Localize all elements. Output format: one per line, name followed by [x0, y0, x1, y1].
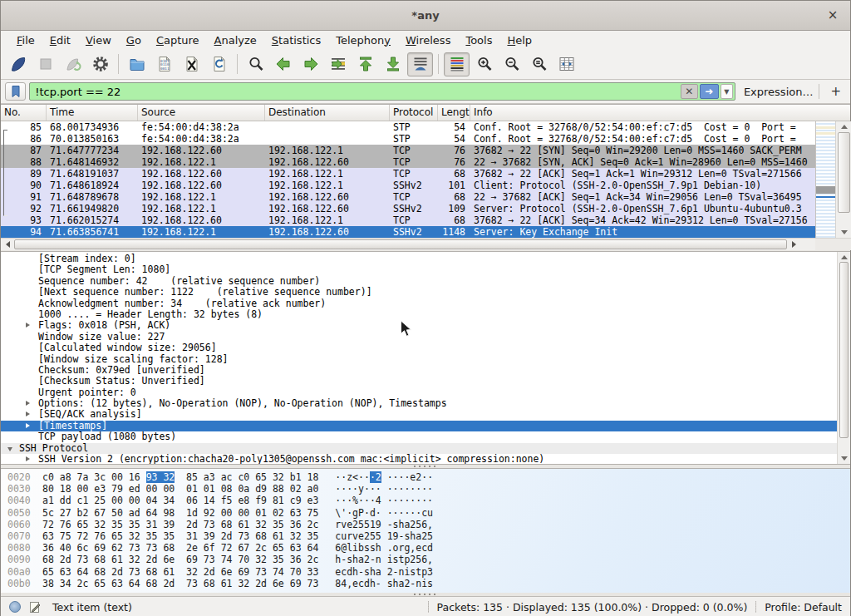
- auto-scroll-toggle[interactable]: [407, 52, 433, 76]
- colorize-toggle[interactable]: [444, 52, 470, 76]
- detail-row[interactable]: Checksum: 0x79ed [unverified]: [1, 365, 850, 376]
- pane-splitter[interactable]: [1, 465, 850, 468]
- go-back-button[interactable]: [270, 52, 296, 76]
- menu-statistics[interactable]: Statistics: [264, 34, 328, 47]
- vscroll-thumb[interactable]: [838, 132, 850, 213]
- menu-view[interactable]: View: [78, 34, 119, 47]
- scroll-up-button[interactable]: [836, 121, 851, 132]
- expand-arrow-icon[interactable]: [26, 456, 30, 461]
- detail-row[interactable]: Options: (12 bytes), No-Operation (NOP),…: [1, 398, 850, 409]
- start-capture-button[interactable]: [5, 52, 31, 76]
- detail-row[interactable]: [SEQ/ACK analysis]: [1, 409, 850, 420]
- detail-row[interactable]: [Stream index: 0]: [1, 254, 850, 264]
- packet-row-90[interactable]: 9071.648618924192.168.122.60192.168.122.…: [1, 180, 815, 191]
- menu-go[interactable]: Go: [119, 34, 149, 47]
- detail-row[interactable]: [Timestamps]: [1, 421, 850, 431]
- hscroll-thumb[interactable]: [14, 239, 787, 249]
- zoom-reset-button[interactable]: [526, 52, 552, 76]
- hex-row-00b0[interactable]: 00b038 34 2c 65 63 64 68 2d 73 68 61 32 …: [1, 578, 850, 589]
- scroll-right-button[interactable]: [787, 239, 800, 250]
- open-file-button[interactable]: [124, 52, 150, 76]
- packet-row-86[interactable]: 8670.013850163fe:54:00:d4:38:2aSTP54Conf…: [1, 133, 815, 145]
- hex-row-0030[interactable]: 003080 18 00 e3 79 ed 00 00 01 01 08 0a …: [1, 483, 850, 495]
- hex-row-0040[interactable]: 0040a1 dd c1 25 00 00 04 34 06 14 f5 e8 …: [1, 495, 850, 506]
- detail-row[interactable]: [Window size scaling factor: 128]: [1, 354, 850, 365]
- find-packet-button[interactable]: [243, 52, 268, 76]
- go-forward-button[interactable]: [298, 52, 323, 76]
- detail-row[interactable]: SSH Protocol: [1, 443, 850, 454]
- hex-row-0070[interactable]: 007063 75 72 76 65 32 35 35 31 39 2d 73 …: [1, 530, 850, 542]
- filter-apply-button[interactable]: ➜: [700, 84, 719, 99]
- menu-capture[interactable]: Capture: [149, 34, 207, 47]
- hex-row-00a0[interactable]: 00a065 63 64 68 2d 73 68 61 32 2d 6e 69 …: [1, 566, 850, 578]
- profile-status[interactable]: Profile: Default: [765, 601, 842, 614]
- collapse-arrow-icon[interactable]: [7, 447, 12, 451]
- pane-splitter[interactable]: [1, 593, 850, 596]
- menu-wireless[interactable]: Wireless: [398, 34, 458, 47]
- packet-list-minimap[interactable]: [815, 121, 835, 238]
- go-to-first-button[interactable]: [352, 52, 378, 76]
- detail-row[interactable]: Acknowledgment number: 34 (relative ack …: [1, 298, 850, 309]
- menu-help[interactable]: Help: [499, 34, 539, 47]
- scroll-down-button[interactable]: [836, 227, 851, 238]
- save-file-button[interactable]: 010101100011: [151, 52, 177, 76]
- detail-row[interactable]: [Calculated window size: 29056]: [1, 342, 850, 353]
- capture-options-button[interactable]: [87, 52, 113, 76]
- detail-row[interactable]: [Checksum Status: Unverified]: [1, 376, 850, 387]
- packet-row-87[interactable]: 8771.647777234192.168.122.60192.168.122.…: [1, 145, 815, 156]
- resize-columns-button[interactable]: [553, 52, 579, 76]
- hex-row-0020[interactable]: 0020c0 a8 7a 3c 00 16 93 32 85 a3 ac c0 …: [1, 471, 850, 483]
- detail-row[interactable]: [Next sequence number: 1122 (relative se…: [1, 287, 850, 298]
- expand-arrow-icon[interactable]: [26, 401, 30, 406]
- packet-row-85[interactable]: 8568.001734936fe:54:00:d4:38:2aSTP54Conf…: [1, 121, 815, 133]
- column-header-no[interactable]: No.: [1, 105, 47, 121]
- close-file-button[interactable]: [179, 52, 204, 76]
- add-filter-button[interactable]: +: [825, 84, 846, 99]
- stop-capture-button[interactable]: [32, 52, 58, 76]
- expand-arrow-icon[interactable]: [26, 423, 30, 428]
- detail-row[interactable]: Urgent pointer: 0: [1, 387, 850, 398]
- scroll-left-button[interactable]: [1, 239, 14, 250]
- hex-row-0080[interactable]: 008036 40 6c 69 62 73 73 68 2e 6f 72 67 …: [1, 542, 850, 554]
- zoom-in-button[interactable]: [471, 52, 497, 76]
- detail-row[interactable]: Window size value: 227: [1, 332, 850, 342]
- menu-telephony[interactable]: Telephony: [328, 34, 398, 47]
- capture-comment-icon[interactable]: [29, 601, 41, 614]
- details-vscrollbar[interactable]: [837, 252, 850, 464]
- column-header-len[interactable]: Length: [438, 105, 470, 121]
- display-filter-input[interactable]: [30, 83, 681, 100]
- detail-row[interactable]: TCP payload (1080 bytes): [1, 431, 850, 442]
- packet-row-92[interactable]: 9271.661949820192.168.122.1192.168.122.6…: [1, 203, 815, 214]
- go-to-packet-button[interactable]: [325, 52, 351, 76]
- expand-arrow-icon[interactable]: [26, 411, 30, 416]
- column-header-time[interactable]: Time: [47, 105, 138, 121]
- filter-history-dropdown[interactable]: ▼: [721, 84, 733, 99]
- packet-row-89[interactable]: 8971.648191037192.168.122.60192.168.122.…: [1, 168, 815, 180]
- column-header-src[interactable]: Source: [138, 105, 265, 121]
- zoom-out-button[interactable]: [499, 52, 524, 76]
- hex-row-0060[interactable]: 006072 76 65 32 35 35 31 39 2d 73 68 61 …: [1, 519, 850, 530]
- packet-list-vscrollbar[interactable]: [835, 121, 851, 238]
- menu-file[interactable]: File: [9, 34, 42, 47]
- column-header-proto[interactable]: Protocol: [390, 105, 438, 121]
- detail-row[interactable]: SSH Version 2 (encryption:chacha20-poly1…: [1, 454, 850, 465]
- detail-row[interactable]: Flags: 0x018 (PSH, ACK): [1, 320, 850, 331]
- go-to-last-button[interactable]: [380, 52, 406, 76]
- hex-row-0050[interactable]: 00505c 27 b2 67 50 ad 64 98 1d 92 00 00 …: [1, 507, 850, 519]
- column-header-info[interactable]: Info: [470, 105, 850, 121]
- menu-edit[interactable]: Edit: [42, 34, 78, 47]
- expert-info-icon[interactable]: [9, 601, 21, 613]
- expression-button[interactable]: Expression…: [744, 86, 814, 98]
- menu-tools[interactable]: Tools: [458, 34, 499, 47]
- details-vscroll-thumb[interactable]: [839, 262, 849, 438]
- hex-row-0090[interactable]: 009068 2d 73 68 61 32 2d 6e 69 73 74 70 …: [1, 554, 850, 565]
- filter-bookmark-button[interactable]: [5, 82, 26, 101]
- reload-file-button[interactable]: [206, 52, 232, 76]
- detail-row[interactable]: [TCP Segment Len: 1080]: [1, 264, 850, 275]
- filter-clear-button[interactable]: ✕: [681, 84, 698, 99]
- restart-capture-button[interactable]: [60, 52, 86, 76]
- detail-row[interactable]: Sequence number: 42 (relative sequence n…: [1, 276, 850, 287]
- packet-row-91[interactable]: 9171.648789678192.168.122.1192.168.122.6…: [1, 191, 815, 203]
- packet-row-94[interactable]: 9471.663856741192.168.122.1192.168.122.6…: [1, 226, 815, 238]
- packet-list-hscrollbar[interactable]: [1, 238, 815, 250]
